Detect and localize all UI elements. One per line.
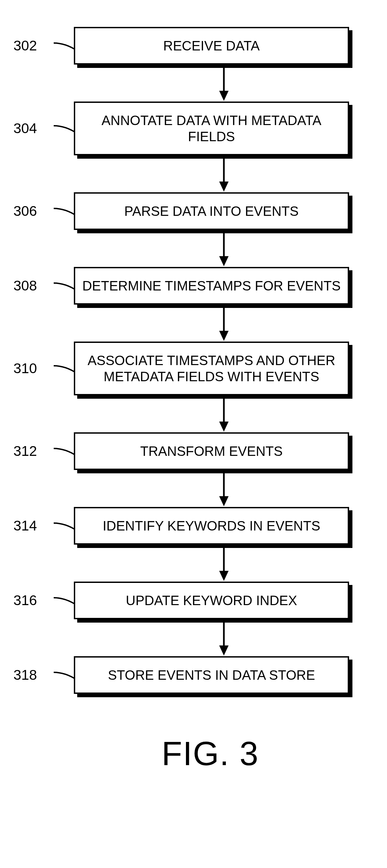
figure-caption: FIG. 3: [13, 734, 374, 773]
connector-curve: [54, 594, 74, 607]
step-box: IDENTIFY KEYWORDS IN EVENTS: [74, 507, 349, 545]
step-row: 306 PARSE DATA INTO EVENTS: [13, 192, 374, 230]
connector-curve: [54, 39, 74, 53]
connector-curve: [54, 362, 74, 375]
step-box: ASSOCIATE TIMESTAMPS AND OTHER METADATA …: [74, 342, 349, 395]
step-id: 314: [13, 518, 54, 534]
step-id: 318: [13, 667, 54, 683]
step-label: STORE EVENTS IN DATA STORE: [74, 656, 349, 694]
step-label: PARSE DATA INTO EVENTS: [74, 192, 349, 230]
step-id: 312: [13, 443, 54, 459]
flowchart-container: 302 RECEIVE DATA 304 ANNOTATE DATA WITH …: [13, 27, 374, 694]
step-label: ANNOTATE DATA WITH METADATA FIELDS: [74, 101, 349, 155]
step-label: RECEIVE DATA: [74, 27, 349, 65]
step-row: 314 IDENTIFY KEYWORDS IN EVENTS: [13, 507, 374, 545]
step-row: 302 RECEIVE DATA: [13, 27, 374, 65]
connector-curve: [54, 519, 74, 532]
connector-curve: [54, 668, 74, 682]
step-row: 310 ASSOCIATE TIMESTAMPS AND OTHER METAD…: [13, 342, 374, 395]
step-box: ANNOTATE DATA WITH METADATA FIELDS: [74, 101, 349, 155]
step-id: 310: [13, 361, 54, 376]
arrow-down-icon: [13, 470, 374, 507]
step-label: TRANSFORM EVENTS: [74, 432, 349, 470]
svg-marker-1: [219, 91, 228, 101]
step-id: 308: [13, 278, 54, 294]
step-label: DETERMINE TIMESTAMPS FOR EVENTS: [74, 267, 349, 305]
connector-curve: [54, 444, 74, 458]
step-id: 306: [13, 203, 54, 219]
svg-marker-9: [219, 422, 228, 432]
step-box: TRANSFORM EVENTS: [74, 432, 349, 470]
step-box: STORE EVENTS IN DATA STORE: [74, 656, 349, 694]
svg-marker-11: [219, 496, 228, 506]
step-box: RECEIVE DATA: [74, 27, 349, 65]
step-row: 312 TRANSFORM EVENTS: [13, 432, 374, 470]
arrow-down-icon: [13, 545, 374, 582]
svg-marker-3: [219, 182, 228, 192]
connector-curve: [54, 122, 74, 135]
svg-marker-7: [219, 331, 228, 341]
arrow-down-icon: [13, 619, 374, 656]
step-id: 302: [13, 38, 54, 54]
step-box: PARSE DATA INTO EVENTS: [74, 192, 349, 230]
arrow-down-icon: [13, 230, 374, 267]
connector-curve: [54, 279, 74, 292]
step-row: 316 UPDATE KEYWORD INDEX: [13, 582, 374, 619]
arrow-down-icon: [13, 305, 374, 342]
arrow-down-icon: [13, 65, 374, 101]
connector-curve: [54, 205, 74, 218]
step-box: UPDATE KEYWORD INDEX: [74, 582, 349, 619]
step-row: 304 ANNOTATE DATA WITH METADATA FIELDS: [13, 101, 374, 155]
arrow-down-icon: [13, 155, 374, 192]
svg-marker-15: [219, 646, 228, 655]
step-id: 304: [13, 120, 54, 136]
step-id: 316: [13, 592, 54, 609]
step-row: 318 STORE EVENTS IN DATA STORE: [13, 656, 374, 694]
step-label: ASSOCIATE TIMESTAMPS AND OTHER METADATA …: [74, 342, 349, 395]
svg-marker-13: [219, 571, 228, 581]
step-row: 308 DETERMINE TIMESTAMPS FOR EVENTS: [13, 267, 374, 305]
svg-marker-5: [219, 256, 228, 266]
step-label: UPDATE KEYWORD INDEX: [74, 582, 349, 619]
arrow-down-icon: [13, 395, 374, 432]
step-label: IDENTIFY KEYWORDS IN EVENTS: [74, 507, 349, 545]
step-box: DETERMINE TIMESTAMPS FOR EVENTS: [74, 267, 349, 305]
